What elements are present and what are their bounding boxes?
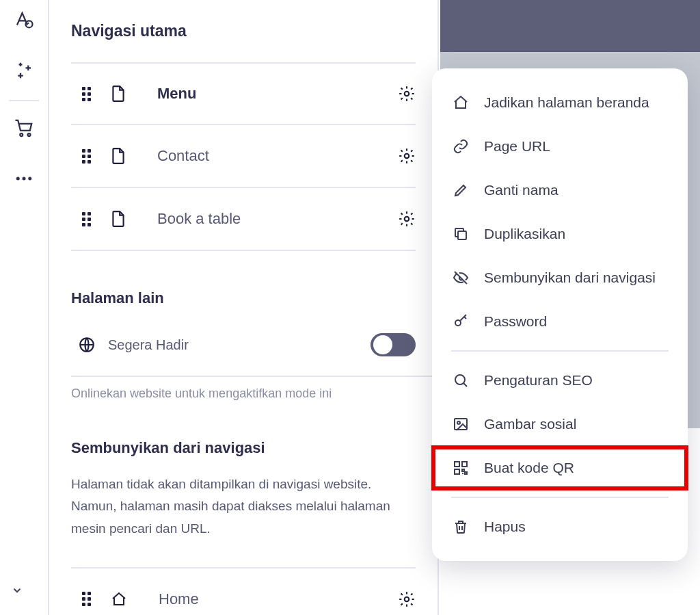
nav-page-label: Contact	[144, 147, 380, 165]
menu-item-duplicate[interactable]: Duplikasikan	[432, 212, 688, 256]
pages-panel: Navigasi utama Menu Contact Book a table	[49, 0, 439, 615]
coming-soon-row: Segera Hadir	[71, 324, 438, 377]
menu-item-label: Duplikasikan	[484, 226, 565, 242]
main-nav-title: Navigasi utama	[71, 22, 438, 40]
nav-page-row[interactable]: Home	[71, 567, 416, 615]
svg-point-8	[405, 154, 409, 159]
nav-page-label: Menu	[144, 85, 380, 103]
nav-page-label: Book a table	[144, 210, 380, 228]
eye-off-icon	[453, 270, 469, 286]
svg-point-9	[405, 217, 409, 222]
svg-rect-17	[455, 462, 459, 467]
menu-item-label: Ganti nama	[484, 182, 558, 198]
home-icon	[453, 94, 469, 111]
sparkle-icon[interactable]	[14, 60, 34, 83]
page-settings-button[interactable]	[398, 147, 416, 165]
page-settings-button[interactable]	[398, 210, 416, 228]
svg-point-11	[405, 597, 409, 602]
chevron-down-icon[interactable]	[11, 584, 23, 599]
menu-item-page-url[interactable]: Page URL	[432, 125, 688, 168]
qr-icon	[453, 460, 469, 476]
copy-icon	[453, 226, 469, 242]
svg-rect-19	[455, 469, 459, 474]
coming-soon-note: Onlinekan website untuk mengaktifkan mod…	[71, 387, 438, 401]
nav-page-label: Home	[145, 590, 380, 608]
menu-item-delete[interactable]: Hapus	[432, 505, 688, 549]
rail-divider	[9, 100, 39, 101]
menu-item-qr[interactable]: Buat kode QR	[432, 446, 688, 490]
svg-point-13	[455, 320, 461, 326]
coming-soon-toggle[interactable]	[371, 333, 416, 356]
svg-point-7	[405, 92, 409, 96]
menu-item-hide-nav[interactable]: Sembunyikan dari navigasi	[432, 256, 688, 300]
page-settings-button[interactable]	[398, 85, 416, 103]
page-icon	[111, 147, 126, 165]
link-icon	[453, 138, 469, 155]
svg-point-6	[28, 177, 31, 181]
hidden-nav-list: Home	[71, 567, 438, 615]
drag-handle-icon[interactable]	[82, 592, 93, 606]
trash-icon	[453, 519, 469, 535]
nav-page-row[interactable]: Menu	[71, 62, 416, 125]
svg-rect-12	[458, 231, 466, 239]
menu-item-social-img[interactable]: Gambar sosial	[432, 402, 688, 446]
menu-item-label: Password	[484, 313, 547, 330]
nav-page-row[interactable]: Book a table	[71, 188, 416, 251]
page-settings-button[interactable]	[398, 590, 416, 608]
search-icon	[453, 372, 469, 389]
theme-icon[interactable]	[14, 10, 34, 33]
svg-point-1	[27, 23, 29, 25]
home-icon	[111, 591, 127, 607]
menu-item-set-home[interactable]: Jadikan halaman beranda	[432, 81, 688, 125]
icon-rail	[0, 0, 49, 615]
menu-item-label: Pengaturan SEO	[484, 372, 593, 389]
menu-item-label: Jadikan halaman beranda	[484, 94, 649, 111]
pencil-icon	[453, 182, 469, 198]
menu-separator	[451, 350, 669, 352]
other-pages-title: Halaman lain	[71, 289, 438, 307]
globe-icon	[78, 336, 96, 354]
drag-handle-icon[interactable]	[82, 87, 93, 101]
nav-page-row[interactable]: Contact	[71, 125, 416, 188]
more-icon[interactable]	[14, 168, 34, 192]
svg-rect-15	[455, 419, 467, 430]
menu-item-password[interactable]: Password	[432, 300, 688, 343]
key-icon	[453, 313, 469, 330]
menu-item-seo[interactable]: Pengaturan SEO	[432, 358, 688, 402]
menu-item-rename[interactable]: Ganti nama	[432, 168, 688, 212]
menu-item-label: Hapus	[484, 519, 526, 535]
image-icon	[453, 416, 469, 432]
svg-point-16	[457, 421, 460, 424]
page-context-menu: Jadikan halaman berandaPage URLGanti nam…	[432, 68, 688, 561]
menu-separator	[451, 497, 669, 498]
menu-item-label: Sembunyikan dari navigasi	[484, 270, 656, 286]
drag-handle-icon[interactable]	[82, 149, 93, 163]
svg-point-3	[28, 133, 31, 136]
menu-item-label: Buat kode QR	[484, 460, 574, 476]
svg-point-14	[455, 375, 465, 384]
drag-handle-icon[interactable]	[82, 212, 93, 226]
coming-soon-label: Segera Hadir	[108, 337, 189, 353]
page-icon	[111, 85, 126, 103]
cart-icon[interactable]	[14, 118, 34, 141]
menu-item-label: Page URL	[484, 138, 550, 155]
svg-point-5	[23, 177, 26, 181]
hidden-nav-desc: Halaman tidak akan ditampilkan di naviga…	[71, 473, 399, 540]
svg-point-2	[20, 133, 23, 136]
main-nav-list: Menu Contact Book a table	[71, 62, 438, 251]
svg-point-4	[16, 177, 20, 181]
menu-item-label: Gambar sosial	[484, 416, 576, 432]
page-icon	[111, 210, 126, 228]
svg-rect-18	[462, 462, 467, 467]
hidden-nav-title: Sembunyikan dari navigasi	[71, 439, 438, 457]
